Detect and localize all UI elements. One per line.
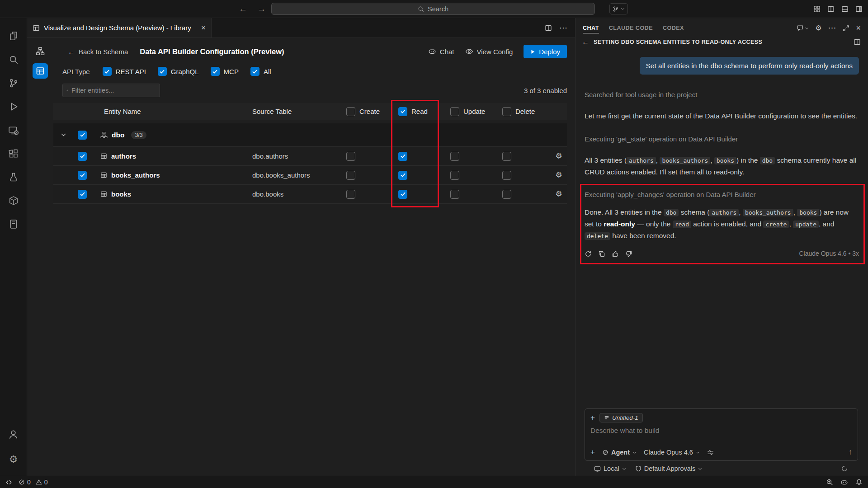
explorer-icon[interactable] [3,24,24,48]
package-icon[interactable] [3,189,24,212]
create-all-checkbox[interactable] [346,107,355,116]
api-type-all[interactable]: All [250,67,271,76]
tab-claude-code[interactable]: CLAUDE CODE [609,23,653,33]
problems-indicator[interactable]: 0 0 [19,479,48,486]
notifications-bell-icon[interactable] [855,479,863,486]
create-checkbox[interactable] [346,190,355,199]
all-checkbox[interactable] [250,67,259,76]
update-all-checkbox[interactable] [450,107,459,116]
schema-diagram-view-icon[interactable] [33,43,48,59]
tab-visualize-schema[interactable]: Visualize and Design Schema (Preview) - … [27,18,212,38]
more-actions-icon[interactable]: ⋯ [559,24,568,32]
remote-window-icon[interactable] [3,118,24,142]
testing-icon[interactable] [3,165,24,189]
panel-bottom-icon[interactable] [841,5,849,13]
delete-checkbox[interactable] [502,171,511,180]
chat-prompt-input[interactable] [590,427,852,435]
delete-checkbox[interactable] [502,190,511,199]
split-editor-icon[interactable] [827,5,835,13]
delete-checkbox[interactable] [502,152,511,161]
tab-codex[interactable]: CODEX [663,23,684,33]
run-debug-icon[interactable] [3,95,24,118]
maximize-icon[interactable] [843,25,849,32]
create-checkbox[interactable] [346,152,355,161]
entity-settings-gear-icon[interactable]: ⚙ [555,152,562,160]
schema-group-row[interactable]: dbo 3/3 [53,123,567,147]
mode-picker[interactable]: Agent [602,449,637,456]
api-type-mcp[interactable]: MCP [211,67,239,76]
branch-dropdown-button[interactable] [609,3,628,14]
filter-entities-field[interactable] [62,84,160,97]
table-row[interactable]: books dbo.books ⚙ [53,185,567,204]
chat-button[interactable]: Chat [428,47,454,56]
back-to-schema-button[interactable]: ← Back to Schema [68,48,128,56]
column-update: Update [463,108,485,115]
api-type-graphql[interactable]: GraphQL [158,67,199,76]
search-input[interactable]: Search [271,3,595,15]
open-in-editor-icon[interactable] [854,38,861,46]
dbo-group-checkbox[interactable] [78,131,87,140]
rerun-icon[interactable] [585,250,592,258]
nav-back-icon[interactable]: ← [239,4,247,14]
search-sidebar-icon[interactable] [3,48,24,71]
update-checkbox[interactable] [450,171,459,180]
sidebar-right-icon[interactable] [855,5,863,13]
read-all-checkbox[interactable] [398,107,407,116]
row-checkbox[interactable] [78,152,87,161]
table-row[interactable]: authors dbo.authors ⚙ [53,147,567,166]
environment-picker[interactable]: Local [594,465,626,472]
read-checkbox[interactable] [398,171,407,180]
row-checkbox[interactable] [78,190,87,199]
mcp-checkbox[interactable] [211,67,220,76]
chat-more-actions-icon[interactable]: ⋯ [828,24,836,32]
row-checkbox[interactable] [78,171,87,180]
tab-chat[interactable]: CHAT [583,23,599,33]
accounts-icon[interactable] [3,422,24,446]
thumbs-down-icon[interactable] [625,250,632,258]
collapse-chevron-icon[interactable] [53,132,73,138]
filter-entities-input[interactable] [71,87,156,94]
settings-gear-icon[interactable]: ⚙ [3,448,24,471]
delete-all-checkbox[interactable] [502,107,511,116]
nav-forward-icon[interactable]: → [257,4,266,14]
table-row[interactable]: books_authors dbo.books_authors ⚙ [53,166,567,185]
tab-close-icon[interactable]: × [201,23,206,33]
entity-settings-gear-icon[interactable]: ⚙ [555,190,562,198]
zoom-in-icon[interactable] [826,479,833,486]
chat-input-box[interactable]: + Untitled-1 + Agent Claude Opus [585,408,858,461]
notebook-icon[interactable] [3,212,24,236]
session-progress-icon[interactable] [841,465,848,472]
chat-back-icon[interactable]: ← [582,38,589,46]
model-picker[interactable]: Claude Opus 4.6 [644,449,700,456]
attachment-chip[interactable]: Untitled-1 [599,413,643,422]
tools-sliders-icon[interactable] [707,449,714,456]
read-checkbox[interactable] [398,190,407,199]
rest-api-checkbox[interactable] [103,67,112,76]
attach-icon[interactable]: + [590,448,595,457]
new-chat-dropdown[interactable] [797,24,809,32]
update-checkbox[interactable] [450,152,459,161]
approvals-picker[interactable]: Default Approvals [635,465,703,472]
entity-settings-gear-icon[interactable]: ⚙ [555,171,562,179]
update-checkbox[interactable] [450,190,459,199]
deploy-button[interactable]: Deploy [524,45,567,58]
send-icon[interactable]: ↑ [849,448,853,457]
api-type-rest[interactable]: REST API [103,67,146,76]
api-builder-view-icon[interactable] [33,63,48,79]
copilot-status-icon[interactable] [840,479,848,486]
copy-icon[interactable] [598,250,605,258]
split-editor-icon[interactable] [545,24,552,32]
create-checkbox[interactable] [346,171,355,180]
extensions-icon[interactable] [3,142,24,165]
read-checkbox[interactable] [398,152,407,161]
remote-indicator-icon[interactable] [5,479,12,486]
chat-settings-gear-icon[interactable]: ⚙ [815,24,821,32]
layout-grid-icon[interactable] [813,5,821,13]
graphql-checkbox[interactable] [158,67,167,76]
source-control-icon[interactable] [3,71,24,95]
assistant-paragraph: Done. All 3 entities in the dbo schema (… [585,206,859,242]
view-config-button[interactable]: View Config [465,47,513,56]
thumbs-up-icon[interactable] [612,250,619,258]
add-context-icon[interactable]: + [590,413,595,422]
chat-close-icon[interactable]: × [856,23,861,33]
